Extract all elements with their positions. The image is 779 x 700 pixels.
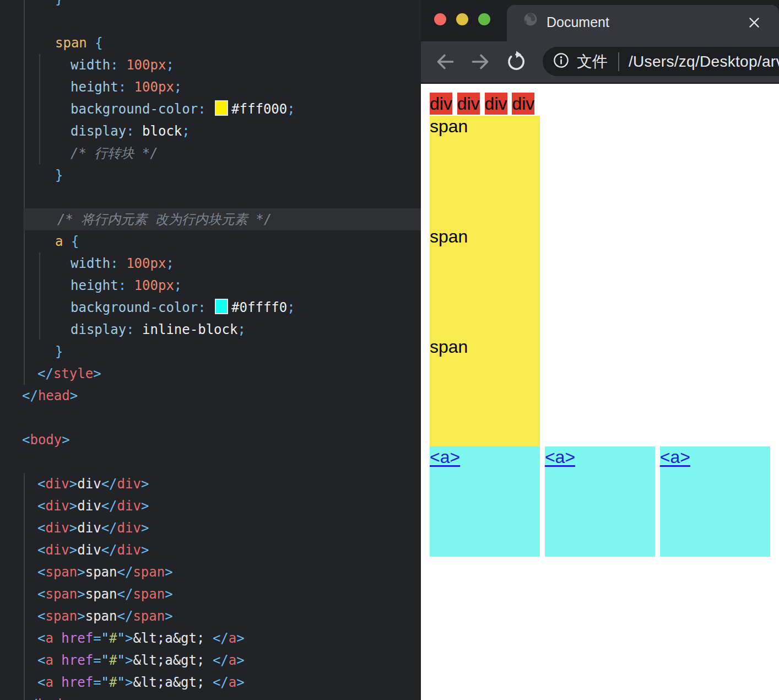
rendered-div-box: div <box>485 93 507 115</box>
code-line: </style> <box>0 363 421 385</box>
rendered-div-box: div <box>512 93 534 115</box>
code-line: height: 100px; <box>0 274 421 297</box>
url-path: /Users/zq/Desktop/arv <box>629 53 779 71</box>
code-line: <div>div</div> <box>0 539 421 561</box>
rendered-link-block[interactable]: <a> <box>660 446 770 557</box>
code-line: } <box>0 164 421 186</box>
info-icon[interactable] <box>553 52 570 71</box>
code-line: <a href="#">&lt;a&gt; </a> <box>0 649 421 671</box>
reload-button[interactable] <box>505 50 528 73</box>
rendered-links-row: <a> <a> <a> <box>430 446 779 557</box>
code-line: a { <box>0 230 421 252</box>
traffic-light-zoom[interactable] <box>478 13 490 25</box>
code-line: width: 100px; <box>0 54 421 76</box>
code-line: background-color: #fff000; <box>0 98 421 120</box>
back-button[interactable] <box>434 50 457 73</box>
code-line: <span>span</span> <box>0 561 421 583</box>
code-line <box>0 10 421 32</box>
globe-icon <box>521 10 540 31</box>
code-line: <span>span</span> <box>0 605 421 627</box>
code-line: background-color: #0ffff0; <box>0 297 421 319</box>
code-line: <a href="#">&lt;a&gt; </a> <box>0 671 421 693</box>
rendered-span-block: span <box>430 226 540 336</box>
code-line: <body> <box>0 429 421 451</box>
browser-titlebar: Document <box>421 0 779 41</box>
rendered-div-row: div div div div <box>430 92 779 116</box>
forward-button[interactable] <box>469 50 492 73</box>
code-line: display: block; <box>0 120 421 142</box>
code-line: width: 100px; <box>0 252 421 274</box>
url-separator <box>618 52 619 71</box>
code-line: </head> <box>0 385 421 407</box>
screen: }span {width: 100px;height: 100px;backgr… <box>0 0 779 700</box>
code-line: <div>div</div> <box>0 495 421 517</box>
code-line: <span>span</span> <box>0 583 421 605</box>
rendered-div-box: div <box>457 93 480 115</box>
tab-title: Document <box>547 14 609 30</box>
url-bar[interactable]: 文件 /Users/zq/Desktop/arv <box>543 47 779 76</box>
code-line: /* 将行内元素 改为行内块元素 */ <box>0 208 421 230</box>
traffic-light-close[interactable] <box>434 13 446 25</box>
code-line: /* 行转块 */ <box>0 142 421 164</box>
rendered-page: div div div div spanspanspan <a> <a> <a> <box>421 83 779 700</box>
rendered-link-block[interactable]: <a> <box>430 446 540 557</box>
code-line: height: 100px; <box>0 76 421 98</box>
code-line <box>0 186 421 208</box>
code-line: span { <box>0 32 421 54</box>
color-swatch <box>215 299 228 314</box>
rendered-span-column: spanspanspan <box>430 116 779 446</box>
browser-window: Document <box>421 0 779 700</box>
code-line: } <box>0 0 421 10</box>
rendered-div-box: div <box>430 93 452 115</box>
code-line: <div>div</div> <box>0 517 421 539</box>
url-scheme-label: 文件 <box>577 51 608 72</box>
browser-toolbar: 文件 /Users/zq/Desktop/arv <box>421 41 779 83</box>
tab-close-icon[interactable] <box>747 15 761 30</box>
rendered-span-block: span <box>430 336 540 446</box>
code-line: </body> <box>0 693 421 700</box>
code-editor-pane[interactable]: }span {width: 100px;height: 100px;backgr… <box>0 0 421 700</box>
code-lines: }span {width: 100px;height: 100px;backgr… <box>0 0 421 700</box>
code-line: display: inline-block; <box>0 319 421 341</box>
rendered-span-block: span <box>430 116 540 226</box>
code-line: } <box>0 341 421 363</box>
color-swatch <box>215 100 228 116</box>
rendered-link-block[interactable]: <a> <box>545 446 655 557</box>
code-line: <a href="#">&lt;a&gt; </a> <box>0 627 421 649</box>
browser-tab[interactable]: Document <box>507 5 779 41</box>
traffic-light-minimize[interactable] <box>456 13 468 25</box>
code-line <box>0 407 421 429</box>
code-line: <div>div</div> <box>0 473 421 495</box>
code-line <box>0 451 421 473</box>
